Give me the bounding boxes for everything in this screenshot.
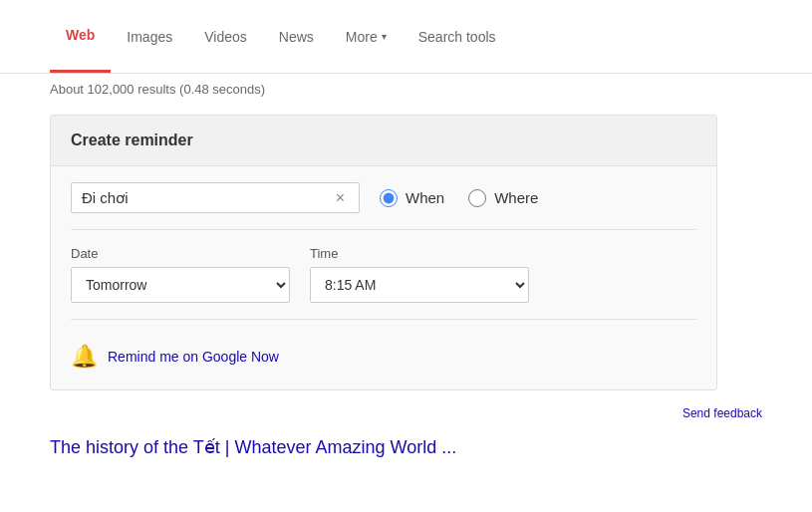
reminder-title: Create reminder [51, 116, 716, 166]
tab-search-tools[interactable]: Search tools [403, 0, 512, 73]
clear-button[interactable]: × [332, 190, 349, 206]
where-radio-label[interactable]: Where [468, 189, 538, 207]
radio-group: When Where [380, 189, 538, 207]
date-select[interactable]: Tomorrow Today Custom date [71, 267, 290, 303]
when-label: When [406, 189, 444, 206]
tab-web[interactable]: Web [50, 0, 111, 73]
when-radio[interactable] [380, 189, 398, 207]
bottom-search-result-link[interactable]: The history of the Tết | Whatever Amazin… [0, 426, 812, 468]
tab-more[interactable]: More ▾ [330, 0, 403, 73]
date-field-group: Date Tomorrow Today Custom date [71, 246, 290, 303]
tab-videos[interactable]: Videos [188, 0, 263, 73]
nav-tabs: Web Images Videos News More ▾ Search too… [0, 0, 812, 74]
date-label: Date [71, 246, 290, 261]
reminder-body: × When Where Date Tomorrow Today [51, 166, 716, 389]
result-count: About 102,000 results (0.48 seconds) [0, 74, 812, 105]
remind-link[interactable]: Remind me on Google Now [108, 349, 279, 365]
feedback-row: Send feedback [0, 400, 812, 426]
reminder-input-wrapper: × [71, 182, 360, 213]
when-radio-label[interactable]: When [380, 189, 444, 207]
where-label: Where [494, 189, 538, 206]
where-radio[interactable] [468, 189, 486, 207]
tab-news[interactable]: News [263, 0, 330, 73]
more-label: More [346, 29, 378, 45]
tab-images[interactable]: Images [111, 0, 188, 73]
time-field-group: Time 8:15 AM 9:00 AM Custom time [310, 246, 529, 303]
google-now-icon: 🔔 [71, 344, 98, 370]
remind-row: 🔔 Remind me on Google Now [71, 336, 696, 374]
input-row: × When Where [71, 182, 696, 230]
chevron-down-icon: ▾ [382, 31, 387, 42]
time-label: Time [310, 246, 529, 261]
reminder-card: Create reminder × When Where Da [50, 115, 717, 390]
send-feedback-link[interactable]: Send feedback [682, 406, 762, 420]
reminder-text-input[interactable] [82, 189, 332, 206]
datetime-row: Date Tomorrow Today Custom date Time 8:1… [71, 246, 696, 320]
time-select[interactable]: 8:15 AM 9:00 AM Custom time [310, 267, 529, 303]
